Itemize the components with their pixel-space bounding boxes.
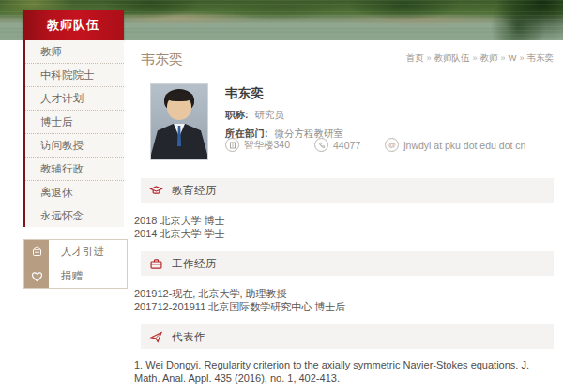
breadcrumb-current: 韦东奕 xyxy=(527,53,555,63)
quick-link-donation-label: 捐赠 xyxy=(49,264,127,288)
sidebar-item-admin-staff[interactable]: 教辅行政 xyxy=(25,158,124,181)
education-list: 2018 北京大学 博士 2014 北京大学 学士 xyxy=(134,215,554,240)
sidebar-item-memorial[interactable]: 永远怀念 xyxy=(25,204,124,227)
phone-icon xyxy=(314,138,328,152)
contact-email: @ jnwdyi at pku dot edu dot cn xyxy=(385,138,525,152)
sidebar-header-label: 教师队伍 xyxy=(47,17,99,34)
section-title-education: 教育经历 xyxy=(172,184,217,198)
breadcrumb-home[interactable]: 首页 xyxy=(405,53,423,63)
phone-text: 44077 xyxy=(333,140,360,151)
breadcrumb-separator: » xyxy=(501,53,506,63)
sidebar-item-visiting-professors[interactable]: 访问教授 xyxy=(25,134,124,158)
publication-list: 1. Wei Dongyi. Regularity criterion to t… xyxy=(134,358,554,392)
sidebar-nav: 教师 中科院院士 人才计划 博士后 访问教授 教辅行政 离退休 永远怀念 xyxy=(23,40,124,227)
faculty-profile-page: 教师队伍 教师 中科院院士 人才计划 博士后 访问教授 教辅行政 离退休 永远怀… xyxy=(0,0,563,392)
photo-fringe xyxy=(165,92,193,101)
section-header-publications: 代表作 xyxy=(141,324,554,349)
work-list: 201912-现在, 北京大学, 助理教授 201712-201911 北京国际… xyxy=(134,288,554,313)
breadcrumb-faculty[interactable]: 教师队伍 xyxy=(434,53,469,63)
title-row: 韦东奕 首页»教师队伍»教师»W»韦东奕 xyxy=(141,40,554,68)
sidebar-item-teachers[interactable]: 教师 xyxy=(25,40,124,64)
sidebar-quick-links: 人才引进 捐赠 xyxy=(23,239,128,289)
quick-link-talent-recruitment[interactable]: 人才引进 xyxy=(24,240,127,264)
profile-title-label: 职称: xyxy=(225,109,249,120)
quick-link-talent-label: 人才引进 xyxy=(49,240,127,264)
education-item: 2018 北京大学 博士 xyxy=(134,215,554,228)
sidebar-item-talent-programs[interactable]: 人才计划 xyxy=(25,87,124,111)
breadcrumb-teachers[interactable]: 教师 xyxy=(480,53,498,63)
work-item: 201712-201911 北京国际数学研究中心 博士后 xyxy=(134,301,554,314)
sidebar-item-postdoc[interactable]: 博士后 xyxy=(25,111,124,134)
education-item: 2014 北京大学 学士 xyxy=(134,228,554,241)
profile-photo xyxy=(150,83,208,160)
quick-link-donation[interactable]: 捐赠 xyxy=(24,264,127,288)
section-title-work: 工作经历 xyxy=(172,257,217,271)
sidebar-header: 教师队伍 xyxy=(23,10,124,40)
hire-badge-icon xyxy=(24,240,49,264)
sidebar-item-cas-academicians[interactable]: 中科院院士 xyxy=(25,64,124,87)
work-item: 201912-现在, 北京大学, 助理教授 xyxy=(134,288,554,301)
email-icon: @ xyxy=(385,138,399,152)
contact-phone: 44077 xyxy=(314,138,360,152)
publication-item: 1. Wei Dongyi. Regularity criterion to t… xyxy=(134,358,554,384)
profile-card: 韦东奕 职称: 研究员 所在部门: 微分方程教研室 智华楼340 xyxy=(141,83,554,160)
briefcase-icon xyxy=(149,257,163,271)
office-text: 智华楼340 xyxy=(244,139,290,152)
profile-name: 韦东奕 xyxy=(225,85,554,102)
heart-icon xyxy=(24,264,49,288)
section-header-education: 教育经历 xyxy=(141,178,554,203)
profile-title-row: 职称: 研究员 xyxy=(225,109,554,122)
contact-row: 智华楼340 44077 @ jnwdyi at pku dot edu dot… xyxy=(225,138,550,152)
office-icon xyxy=(225,138,239,152)
graduation-cap-icon xyxy=(149,184,163,198)
section-header-work: 工作经历 xyxy=(141,251,554,276)
paper-plane-icon xyxy=(149,330,163,344)
sidebar-item-retired[interactable]: 离退休 xyxy=(25,181,124,204)
breadcrumb: 首页»教师队伍»教师»W»韦东奕 xyxy=(405,53,554,68)
breadcrumb-separator: » xyxy=(472,53,477,63)
breadcrumb-separator: » xyxy=(426,53,431,63)
page-title: 韦东奕 xyxy=(141,51,183,68)
profile-title-value: 研究员 xyxy=(254,109,284,120)
breadcrumb-separator: » xyxy=(519,53,524,63)
contact-office: 智华楼340 xyxy=(225,138,290,152)
section-title-publications: 代表作 xyxy=(172,330,205,344)
profile-info: 韦东奕 职称: 研究员 所在部门: 微分方程教研室 智华楼340 xyxy=(225,83,554,160)
main-content: 韦东奕 首页»教师队伍»教师»W»韦东奕 韦东奕 职称: 研究员 xyxy=(134,40,554,392)
breadcrumb-letter-w[interactable]: W xyxy=(509,53,517,63)
email-text: jnwdyi at pku dot edu dot cn xyxy=(403,140,525,151)
